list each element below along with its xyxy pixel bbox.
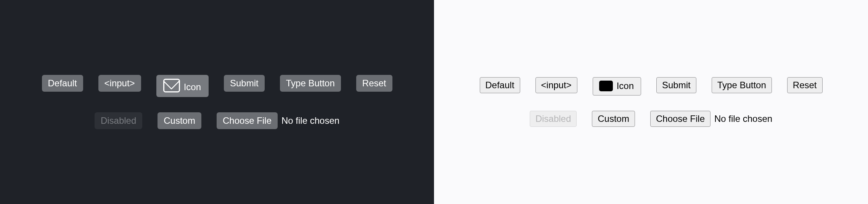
disabled-button: Disabled bbox=[95, 112, 142, 129]
file-input-group: Choose File No file chosen bbox=[217, 112, 339, 129]
type-button[interactable]: Type Button bbox=[280, 75, 341, 92]
dark-row-2: Disabled Custom Choose File No file chos… bbox=[95, 112, 339, 129]
disabled-button: Disabled bbox=[530, 111, 577, 127]
default-button[interactable]: Default bbox=[42, 75, 83, 92]
icon-button-label: Icon bbox=[617, 81, 634, 91]
reset-button[interactable]: Reset bbox=[787, 77, 823, 93]
input-button[interactable]: <input> bbox=[535, 77, 577, 93]
file-status-label: No file chosen bbox=[281, 115, 339, 126]
submit-button[interactable]: Submit bbox=[656, 77, 696, 93]
light-panel: Default <input> Icon Submit Type Button … bbox=[434, 0, 868, 204]
placeholder-icon bbox=[599, 81, 613, 91]
envelope-icon bbox=[163, 79, 180, 92]
light-row-2: Disabled Custom Choose File No file chos… bbox=[530, 111, 772, 127]
default-button[interactable]: Default bbox=[480, 77, 520, 93]
choose-file-button[interactable]: Choose File bbox=[217, 112, 278, 129]
type-button[interactable]: Type Button bbox=[712, 77, 772, 93]
light-row-1: Default <input> Icon Submit Type Button … bbox=[480, 77, 823, 96]
icon-button[interactable]: Icon bbox=[593, 77, 641, 96]
submit-button[interactable]: Submit bbox=[224, 75, 265, 92]
choose-file-button[interactable]: Choose File bbox=[650, 111, 710, 127]
custom-button[interactable]: Custom bbox=[592, 111, 635, 127]
icon-button-label: Icon bbox=[184, 82, 201, 92]
file-input-group: Choose File No file chosen bbox=[650, 111, 772, 127]
icon-button[interactable]: Icon bbox=[156, 75, 209, 97]
custom-button[interactable]: Custom bbox=[158, 112, 201, 129]
reset-button[interactable]: Reset bbox=[356, 75, 392, 92]
dark-row-1: Default <input> Icon Submit Type Button … bbox=[42, 75, 392, 97]
file-status-label: No file chosen bbox=[714, 113, 772, 124]
dark-panel: Default <input> Icon Submit Type Button … bbox=[0, 0, 434, 204]
input-button[interactable]: <input> bbox=[98, 75, 141, 92]
